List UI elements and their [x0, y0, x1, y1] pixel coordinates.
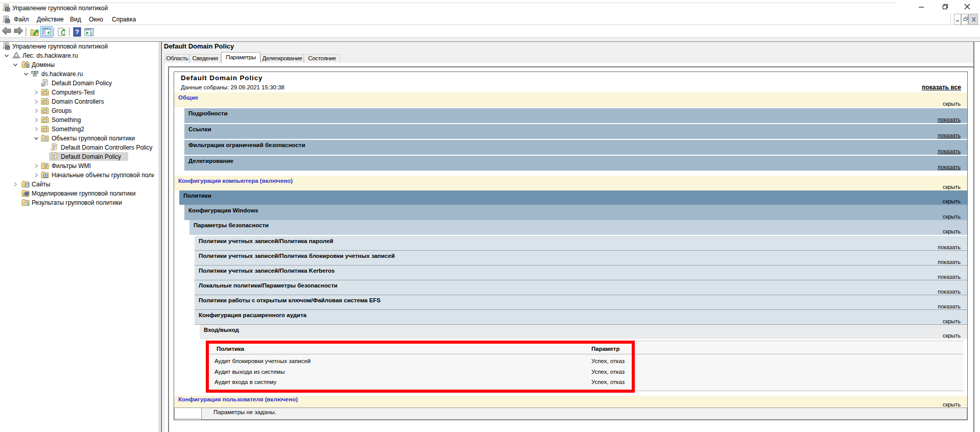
svg-text:?: ? — [75, 28, 79, 36]
